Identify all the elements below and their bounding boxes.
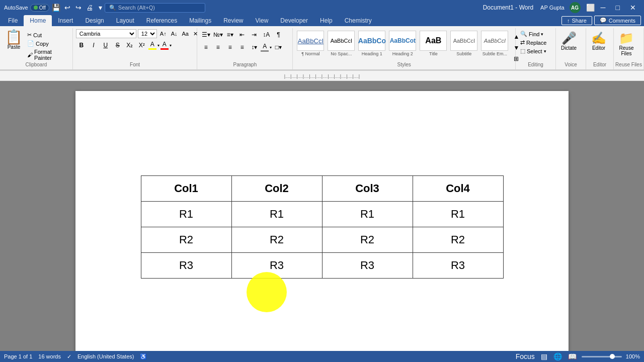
r1c1-cell[interactable]: R1 <box>141 201 231 227</box>
col4-header[interactable]: Col4 <box>413 175 503 201</box>
tab-mailings[interactable]: Mailings <box>183 15 217 26</box>
style-normal[interactable]: AaBbCcI ¶ Normal <box>296 29 325 58</box>
col3-header[interactable]: Col3 <box>322 175 413 201</box>
r2c4-cell[interactable]: R2 <box>413 227 503 252</box>
multilevel-list-button[interactable]: ≡▾ <box>224 29 235 40</box>
zoom-slider[interactable] <box>582 356 622 357</box>
sort-button[interactable]: ↕A <box>261 29 272 40</box>
underline-button[interactable]: U <box>100 40 111 51</box>
document-table[interactable]: Col1 Col2 Col3 Col4 R1 R1 R1 R1 R2 R2 R2 <box>141 175 504 279</box>
format-painter-button[interactable]: 🖌 Format Painter <box>26 48 69 61</box>
more-icon[interactable]: ▾ <box>97 4 105 12</box>
strikethrough-button[interactable]: S <box>112 40 123 51</box>
redo-icon[interactable]: ↪ <box>74 4 83 12</box>
shading-dropdown-icon[interactable]: ▾ <box>270 45 272 50</box>
language[interactable]: English (United States) <box>77 353 134 359</box>
tab-review[interactable]: Review <box>217 15 249 26</box>
r3c1-cell[interactable]: R3 <box>141 252 231 278</box>
r2c3-cell[interactable]: R2 <box>322 227 413 252</box>
find-button[interactable]: 🔍 Find ▾ <box>519 30 545 38</box>
ribbon-display-icon[interactable]: ⬜ <box>587 4 595 12</box>
tab-insert[interactable]: Insert <box>52 15 79 26</box>
print-icon[interactable]: 🖨 <box>86 4 94 12</box>
page-info[interactable]: Page 1 of 1 <box>4 353 32 359</box>
comments-button[interactable]: 💬 Comments <box>594 16 641 25</box>
paste-button[interactable]: 📋 Paste <box>3 29 25 51</box>
minimize-button[interactable]: ─ <box>597 3 610 13</box>
find-dropdown[interactable]: ▾ <box>541 32 543 37</box>
save-icon[interactable]: 💾 <box>52 4 60 12</box>
change-case-button[interactable]: Aa <box>180 31 190 37</box>
font-size-select[interactable]: 12 <box>138 29 157 38</box>
focus-button[interactable]: Focus <box>515 352 536 360</box>
font-color-dropdown-icon[interactable]: ▾ <box>170 43 172 48</box>
style-title[interactable]: AaB Title <box>419 29 448 58</box>
copy-button[interactable]: 📄 Copy <box>26 40 69 47</box>
select-button[interactable]: ⬚ Select ▾ <box>519 47 548 55</box>
border-button[interactable]: □▾ <box>273 42 284 53</box>
spell-check-icon[interactable]: ✓ <box>67 353 71 360</box>
highlight-color-button[interactable]: A <box>148 41 156 50</box>
bullet-list-button[interactable]: ☰▾ <box>200 29 211 40</box>
shading-button[interactable]: A <box>261 43 269 52</box>
user-avatar[interactable]: AG <box>570 2 581 13</box>
justify-button[interactable]: ≡ <box>236 42 248 53</box>
select-dropdown[interactable]: ▾ <box>544 49 546 54</box>
decrease-font-button[interactable]: A↓ <box>170 31 179 37</box>
tab-file[interactable]: File <box>2 15 24 26</box>
cut-button[interactable]: ✂ Cut <box>26 31 69 39</box>
increase-indent-button[interactable]: ⇥ <box>249 29 260 40</box>
line-spacing-button[interactable]: ↕▾ <box>249 42 260 53</box>
tab-view[interactable]: View <box>250 15 275 26</box>
reuse-files-button[interactable]: 📁 ReuseFiles <box>617 30 636 57</box>
align-center-button[interactable]: ≡ <box>212 42 223 53</box>
r1c3-cell[interactable]: R1 <box>322 201 413 227</box>
style-subtle-em[interactable]: AaBbCcI Subtle Em... <box>480 29 509 58</box>
zoom-level[interactable]: 100% <box>626 353 640 359</box>
r3c4-cell[interactable]: R3 <box>413 252 503 278</box>
tab-references[interactable]: References <box>140 15 183 26</box>
increase-font-button[interactable]: A↑ <box>158 31 168 37</box>
tab-home[interactable]: Home <box>24 15 52 26</box>
style-subtitle[interactable]: AaBbCcI Subtitle <box>449 29 478 58</box>
tab-developer[interactable]: Developer <box>274 15 314 26</box>
undo-icon[interactable]: ↩ <box>63 4 71 12</box>
align-left-button[interactable]: ≡ <box>200 42 211 53</box>
share-button[interactable]: ↑ Share <box>561 16 592 25</box>
search-bar[interactable]: 🔍 Search (Alt+Q) <box>105 3 205 13</box>
bold-button[interactable]: B <box>76 40 87 51</box>
superscript-button[interactable]: X² <box>136 40 147 51</box>
decrease-indent-button[interactable]: ⇤ <box>236 29 248 40</box>
highlight-dropdown-icon[interactable]: ▾ <box>157 43 159 48</box>
r1c2-cell[interactable]: R1 <box>231 201 322 227</box>
r3c2-cell[interactable]: R3 <box>231 252 322 278</box>
tab-design[interactable]: Design <box>79 15 110 26</box>
r2c2-cell[interactable]: R2 <box>231 227 322 252</box>
numbered-list-button[interactable]: №▾ <box>212 29 223 40</box>
tab-layout[interactable]: Layout <box>110 15 140 26</box>
italic-button[interactable]: I <box>88 40 99 51</box>
style-heading2[interactable]: AaBbCot Heading 2 <box>388 29 417 58</box>
show-hide-button[interactable]: ¶ <box>273 29 284 40</box>
r3c3-cell[interactable]: R3 <box>322 252 413 278</box>
read-mode-button[interactable]: 📖 <box>567 352 578 360</box>
subscript-button[interactable]: X₂ <box>124 40 135 51</box>
col1-header[interactable]: Col1 <box>141 175 231 201</box>
font-color-button[interactable]: A <box>160 41 169 50</box>
r1c4-cell[interactable]: R1 <box>413 201 503 227</box>
tab-help[interactable]: Help <box>314 15 339 26</box>
font-family-select[interactable]: Cambria <box>76 29 136 38</box>
word-count[interactable]: 16 words <box>38 353 61 359</box>
replace-button[interactable]: ⇄ Replace <box>519 39 548 46</box>
style-no-spacing[interactable]: AaBbCcI No Spac... <box>327 29 356 58</box>
print-layout-button[interactable]: ▤ <box>540 352 548 360</box>
autosave-toggle[interactable]: Off <box>30 4 49 12</box>
web-layout-button[interactable]: 🌐 <box>552 352 563 360</box>
close-button[interactable]: ✕ <box>626 3 640 13</box>
editor-button[interactable]: ✍ Editor <box>589 30 608 52</box>
tab-chemistry[interactable]: Chemistry <box>339 15 378 26</box>
autosave-area[interactable]: AutoSave Off <box>4 4 49 12</box>
style-heading1[interactable]: AaBbCo Heading 1 <box>357 29 386 58</box>
accessibility-icon[interactable]: ♿ <box>140 353 147 360</box>
dictate-button[interactable]: 🎤 Dictate <box>559 30 579 52</box>
